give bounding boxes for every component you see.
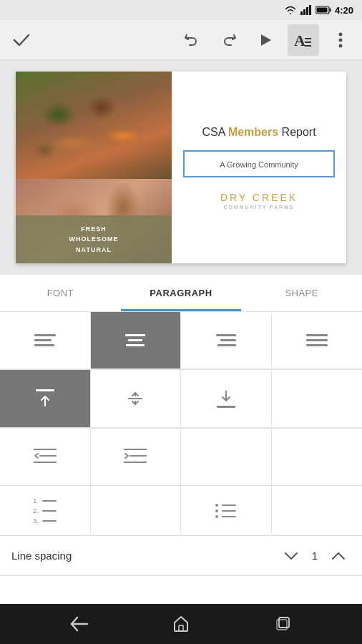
align-right-icon [216,334,236,346]
bullet-list-icon [215,504,236,518]
checkmark-button[interactable] [6,24,37,56]
play-button[interactable] [250,24,282,56]
svg-point-11 [339,32,343,36]
vegetable-image [16,72,172,179]
list-options: 1. 2. 3. [0,486,362,536]
align-left-icon [34,334,56,346]
tab-font[interactable]: FONT [0,275,121,311]
svg-text:A: A [294,31,305,49]
chevron-down-icon [285,552,298,560]
vertical-top-button[interactable] [0,370,91,427]
align-center-button[interactable] [91,312,182,369]
doc-right-panel: CSA Members Report A Growing Community D… [172,72,346,263]
more-button[interactable] [325,24,356,56]
vertical-bottom-button[interactable] [181,370,272,427]
toolbar-right: A [176,24,356,56]
decrease-indent-button[interactable] [0,428,91,485]
line-spacing-down-button[interactable] [279,542,303,570]
wifi-icon [284,5,297,15]
svg-point-12 [339,38,343,42]
vertical-middle-icon [128,391,142,406]
svg-point-13 [339,44,343,47]
recent-apps-icon [274,615,291,633]
line-spacing-up-button[interactable] [326,542,351,570]
svg-rect-1 [303,9,305,15]
more-icon [338,32,343,48]
back-icon [70,616,89,632]
redo-icon [221,32,237,48]
doc-brand: DRY CREEK COMMUNITY FARMS [220,192,298,210]
doc-title-prefix: CSA [202,126,228,138]
vertical-middle-button[interactable] [91,370,182,427]
bullet-list-button[interactable] [181,486,272,535]
vertical-bottom-icon [217,389,235,408]
document-preview: FRESHWHOLESOMENATURAL CSA Members Report… [0,60,362,275]
redo-button[interactable] [213,24,245,56]
doc-brand-sub: COMMUNITY FARMS [220,205,298,210]
tab-shape-label: SHAPE [285,288,318,298]
toolbar-left [6,24,37,56]
chevron-up-icon [332,552,345,560]
svg-rect-3 [309,5,311,15]
navigation-bar [0,604,362,644]
align-left-button[interactable] [0,312,91,369]
status-bar: 4:20 [0,0,362,20]
vertical-top-icon [36,389,54,408]
doc-fresh-text: FRESHWHOLESOMENATURAL [23,224,165,255]
check-icon [13,34,30,47]
doc-title-suffix: Report [278,126,315,138]
numbered-list-button[interactable]: 1. 2. 3. [0,486,91,535]
back-button[interactable] [64,608,95,640]
tab-shape[interactable]: SHAPE [241,275,362,311]
line-spacing-value: 1 [303,550,326,562]
increase-indent-icon [124,447,147,468]
empty-list-2 [272,486,363,535]
doc-bottom-image: FRESHWHOLESOMENATURAL [16,179,172,263]
options-section: 1. 2. 3. [0,312,362,604]
empty-list-1 [91,486,182,535]
align-right-button[interactable] [181,312,272,369]
svg-rect-6 [316,8,327,13]
text-format-button[interactable]: A [288,24,319,56]
recent-apps-button[interactable] [267,608,298,640]
svg-rect-5 [329,9,331,12]
alignment-options [0,312,362,370]
tab-paragraph[interactable]: PARAGRAPH [121,275,242,311]
empty-cell-3 [272,428,363,485]
doc-fresh-overlay: FRESHWHOLESOMENATURAL [16,215,172,263]
line-spacing-label: Line spacing [11,550,279,562]
text-format-icon: A [294,31,313,49]
time-display: 4:20 [335,5,353,16]
doc-left-panel: FRESHWHOLESOMENATURAL [16,72,172,263]
home-button[interactable] [165,608,197,640]
status-icons: 4:20 [284,5,353,16]
doc-title-gold: Members [228,126,278,138]
align-center-icon [125,334,145,346]
line-spacing-row: Line spacing 1 [0,536,362,576]
decrease-indent-icon [34,447,57,468]
document-card[interactable]: FRESHWHOLESOMENATURAL CSA Members Report… [16,72,346,263]
battery-icon [315,6,331,14]
align-justify-button[interactable] [272,312,363,369]
doc-report-title: CSA Members Report [202,125,315,140]
indent-options [0,428,362,486]
doc-subtitle-text: A Growing Community [220,160,298,169]
tab-font-label: FONT [47,288,74,298]
tab-bar: FONT PARAGRAPH SHAPE [0,275,362,312]
doc-subtitle-box[interactable]: A Growing Community [183,150,335,177]
play-icon [260,33,273,47]
svg-rect-25 [179,625,183,631]
svg-rect-0 [300,11,303,15]
undo-button[interactable] [176,24,207,56]
svg-rect-2 [306,7,308,15]
home-icon [172,615,190,633]
increase-indent-button[interactable] [91,428,182,485]
vertical-indent-options [0,370,362,428]
empty-cell-2 [181,428,272,485]
doc-top-image [16,72,172,179]
toolbar: A [0,20,362,60]
undo-icon [184,32,200,48]
doc-brand-name: DRY CREEK [220,192,298,203]
numbered-list-icon: 1. 2. 3. [33,497,57,525]
empty-cell [272,370,363,427]
